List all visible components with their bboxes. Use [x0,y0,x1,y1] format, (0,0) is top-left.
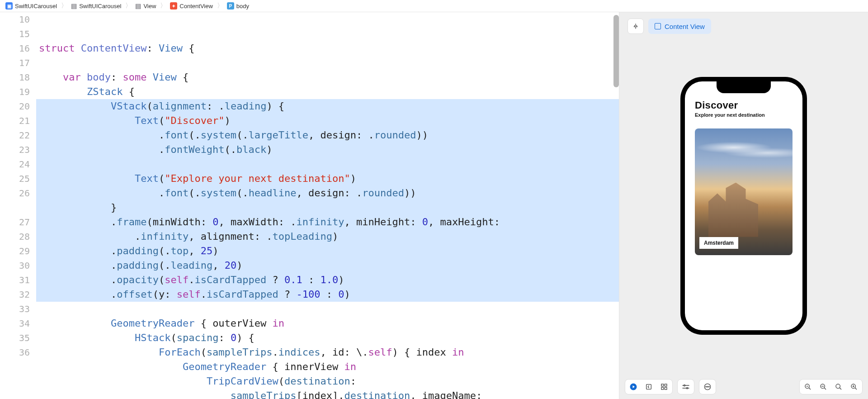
zoom-actual-button[interactable] [833,381,844,392]
code-line[interactable]: ForEach(sampleTrips.indices, id: \.self)… [36,345,619,360]
svg-line-18 [824,388,826,390]
code-line[interactable]: .font(.system(.largeTitle, design: .roun… [36,128,619,142]
svg-point-13 [709,386,710,387]
code-line[interactable]: .font(.system(.headline, design: .rounde… [36,186,619,200]
square-icon [655,23,661,29]
code-area[interactable]: struct ContentView: View { var body: som… [36,12,619,399]
zoom-in-icon [850,383,858,390]
svg-line-24 [855,388,857,390]
svg-rect-1 [646,385,651,390]
canvas-controls [625,379,673,394]
zoom-in-button[interactable] [849,381,859,392]
chevron-icon: 〉 [215,2,223,10]
crumb-label: SwiftUICarousel [79,3,121,10]
card-skyline [708,183,758,237]
code-line[interactable]: .frame(minWidth: 0, maxWidth: .infinity,… [36,215,619,229]
crumb-label: SwiftUICarousel [15,3,57,10]
code-line[interactable]: VStack(alignment: .leading) { [36,99,619,114]
card-label: Amsterdam [699,237,738,249]
svg-point-11 [706,386,707,387]
preview-title: Discover [695,100,738,111]
project-icon: ▣ [5,2,13,10]
preview-subtitle: Explore your next destination [695,112,765,118]
crumb-project[interactable]: ▣ SwiftUICarousel 〉 [4,2,69,10]
crumb-file[interactable]: ✦ ContentView 〉 [168,2,225,10]
zoom-fit-button[interactable] [818,381,829,392]
live-button[interactable] [628,381,639,392]
code-line[interactable]: Text("Explore your next destination") [36,171,619,186]
code-line[interactable]: var body: some View { [36,70,619,85]
zoom-out-button[interactable] [802,381,813,392]
card-sky [695,134,793,161]
code-line[interactable]: struct ContentView: View { [36,41,619,56]
crumb-label: ContentView [179,3,212,10]
code-line[interactable]: GeometryReader { outerView in [36,316,619,331]
svg-point-8 [684,385,685,386]
svg-rect-4 [661,387,664,390]
device-settings-button[interactable] [680,381,691,392]
preview-chip[interactable]: Content View [648,19,711,34]
line-gutter: 1015161718192021222324252627282930313233… [0,12,36,399]
selectable-button[interactable] [643,381,654,392]
breadcrumb[interactable]: ▣ SwiftUICarousel 〉 ▤ SwiftUICarousel 〉 … [0,0,868,12]
code-line[interactable] [36,56,619,70]
zoom-out-icon [804,383,811,390]
code-line[interactable]: TripCardView(destination: [36,374,619,389]
canvas-bottom-toolbar [625,379,863,394]
crumb-label: View [143,3,156,10]
svg-rect-2 [661,384,664,386]
code-line[interactable]: sampleTrips[index].destination, imageNam… [36,389,619,399]
svg-rect-3 [665,384,667,386]
device-screen[interactable]: Discover Explore your next destination A… [685,81,802,330]
code-line[interactable]: ZStack { [36,85,619,99]
zoom-controls [799,379,863,394]
svg-line-15 [809,388,811,390]
property-icon: P [227,2,234,10]
device-settings [677,379,694,394]
play-icon [629,383,637,391]
crumb-target[interactable]: ▤ SwiftUICarousel 〉 [69,2,133,10]
code-line[interactable] [36,302,619,316]
grid-icon [660,383,668,390]
crumb-folder[interactable]: ▤ View 〉 [133,2,168,10]
code-line[interactable]: .opacity(self.isCardTapped ? 0.1 : 1.0) [36,273,619,287]
zoom-actual-icon [835,383,842,390]
trip-card[interactable]: Amsterdam [695,128,793,255]
code-editor[interactable]: 1015161718192021222324252627282930313233… [0,12,619,399]
code-line[interactable]: .padding(.leading, 20) [36,258,619,273]
crumb-label: body [236,3,249,10]
svg-line-22 [840,388,841,390]
pin-icon [632,23,639,29]
ellipsis-icon [704,383,711,390]
code-line[interactable] [36,157,619,171]
pin-button[interactable] [627,19,644,34]
code-line[interactable]: GeometryReader { innerView in [36,360,619,374]
code-line[interactable]: .fontWeight(.black) [36,142,619,157]
more-settings [699,379,716,394]
svg-point-9 [687,388,688,389]
swift-icon: ✦ [170,2,177,10]
preview-label: Content View [665,23,705,30]
folder-icon: ▤ [71,2,77,10]
code-line[interactable]: .padding(.top, 25) [36,244,619,258]
folder-icon: ▤ [135,2,141,10]
variants-button[interactable] [659,381,670,392]
chevron-icon: 〉 [59,2,67,10]
selectable-icon [645,383,652,390]
sliders-icon [682,384,690,390]
code-line[interactable]: .infinity, alignment: .topLeading) [36,229,619,244]
code-line[interactable]: HStack(spacing: 0) { [36,331,619,345]
scrollbar-thumb[interactable] [613,15,619,87]
crumb-symbol[interactable]: P body [225,2,251,10]
code-line[interactable]: } [36,200,619,215]
chevron-icon: 〉 [158,2,166,10]
more-button[interactable] [702,381,713,392]
chevron-icon: 〉 [123,2,132,10]
device-notch [717,81,771,93]
svg-rect-5 [665,387,667,390]
code-line[interactable]: .offset(y: self.isCardTapped ? -100 : 0) [36,287,619,302]
svg-point-12 [707,386,708,387]
code-line[interactable]: Text("Discover") [36,114,619,128]
svg-point-21 [836,384,840,388]
device-frame: Discover Explore your next destination A… [680,77,807,335]
